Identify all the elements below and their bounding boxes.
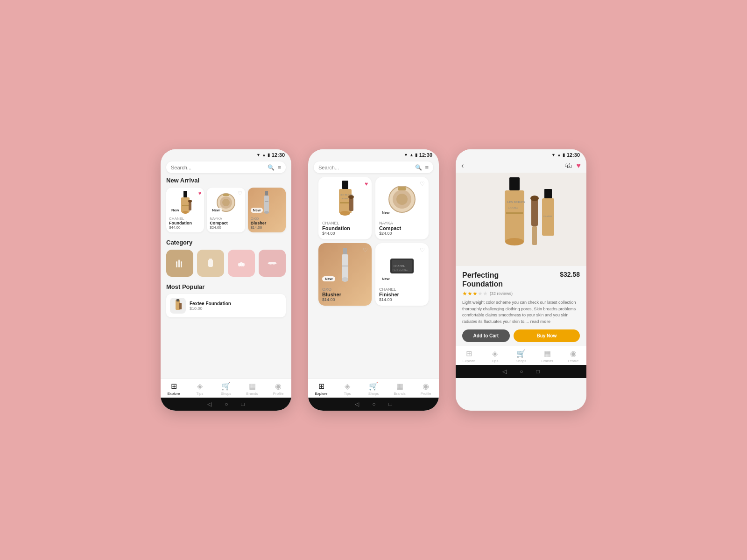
android-recent-3[interactable]: □ (536, 368, 540, 375)
category-skincare[interactable] (197, 250, 224, 277)
nav-profile-2[interactable]: ◉ Profile (413, 382, 439, 396)
buy-now-button[interactable]: Buy Now (514, 329, 580, 342)
android-nav-1: ◁ ○ □ (161, 398, 291, 411)
star-2: ★ (467, 290, 472, 297)
svg-point-24 (242, 263, 245, 266)
svg-rect-56 (532, 226, 537, 245)
phone-1: ▼ ▲ ▮ 12:30 🔍 ≡ New Arrival ♥ (161, 149, 291, 411)
battery-icon-3: ▮ (563, 153, 565, 157)
nav-explore-1[interactable]: ⊞ Explore (161, 382, 187, 396)
tips-icon-3: ◈ (492, 349, 498, 358)
detail-heart-icon[interactable]: ♥ (577, 161, 581, 170)
search-icon-1[interactable]: 🔍 (268, 164, 275, 171)
add-to-cart-button[interactable]: Add to Cart (462, 329, 510, 342)
nav-tips-2[interactable]: ◈ Tips (334, 382, 360, 396)
brands-icon-1: ▦ (249, 382, 256, 391)
product-card-chanel-foundation[interactable]: ♥ New CHANEL Foundation $44.00 (166, 188, 204, 232)
read-more-link[interactable]: read more (530, 319, 551, 324)
android-home-1[interactable]: ○ (225, 401, 228, 407)
heart-icon-nayka[interactable]: ♡ (238, 190, 242, 196)
svg-point-13 (264, 211, 269, 214)
svg-rect-11 (264, 196, 269, 212)
svg-rect-15 (178, 260, 180, 267)
android-recent-2[interactable]: □ (389, 401, 392, 407)
explore-label-1: Explore (167, 392, 180, 396)
brand-chanel-1: CHANEL (169, 217, 201, 221)
grid-img-chanel: LES BEIGES CHANEL (322, 181, 368, 218)
heart-grid-chanel[interactable]: ♥ (365, 181, 368, 187)
nav-explore-2[interactable]: ⊞ Explore (308, 382, 334, 396)
brands-label-3: Brands (541, 359, 553, 363)
bag-icon[interactable]: 🛍 (564, 161, 572, 170)
category-nails[interactable] (228, 250, 255, 277)
brand-chanel-grid: CHANEL (322, 221, 368, 225)
svg-point-38 (396, 194, 408, 205)
search-icon-2[interactable]: 🔍 (415, 164, 422, 171)
android-home-2[interactable]: ○ (372, 401, 375, 407)
grid-card-nayka-compact[interactable]: ♡ New NAYKA Compact $24.00 (375, 177, 429, 239)
product-card-nayka-compact[interactable]: ♡ New NAYKA Compact $24.00 (207, 188, 245, 232)
profile-label-1: Profile (273, 392, 284, 396)
search-input-2[interactable] (318, 165, 412, 170)
signal-icon: ▲ (262, 153, 266, 157)
nav-brands-2[interactable]: ▦ Brands (387, 382, 413, 396)
nav-brands-1[interactable]: ▦ Brands (239, 382, 265, 396)
category-lips[interactable] (259, 250, 286, 277)
phone-2: ▼ ▲ ▮ 12:30 🔍 ≡ ♥ (308, 149, 439, 411)
popular-item-fextee[interactable]: Fextee Foundation $10.00 (166, 294, 286, 317)
profile-icon-2: ◉ (423, 382, 429, 391)
heart-grid-finisher[interactable]: ♡ (420, 247, 425, 253)
android-back-3[interactable]: ◁ (502, 368, 507, 375)
grid-card-oxo-blusher[interactable]: ♡ New OXO Blusher $14.00 (318, 243, 372, 306)
product-card-oxo-blusher[interactable]: New OXO Blusher $14.00 (248, 188, 286, 232)
bottom-nav-1: ⊞ Explore ◈ Tips 🛒 Shops ▦ Brands ◉ Prof… (161, 378, 291, 398)
nav-brands-3[interactable]: ▦ Brands (534, 349, 560, 363)
grid-card-chanel-foundation[interactable]: ♥ LES BEIGES CHANEL CHANEL Foundation (318, 177, 372, 239)
brands-label-2: Brands (394, 392, 405, 396)
nav-explore-3[interactable]: ⊞ Explore (456, 349, 482, 363)
heart-grid-nayka[interactable]: ♡ (420, 181, 425, 187)
name-oxo-1: Blusher (251, 221, 283, 225)
name-oxo-grid: Blusher (322, 292, 368, 297)
nav-tips-3[interactable]: ◈ Tips (482, 349, 508, 363)
svg-point-31 (340, 211, 350, 216)
heart-grid-oxo[interactable]: ♡ (363, 247, 368, 253)
svg-rect-21 (209, 259, 212, 260)
android-nav-2: ◁ ○ □ (308, 398, 439, 411)
battery-icon-2: ▮ (415, 153, 417, 157)
android-back-2[interactable]: ◁ (355, 401, 359, 407)
filter-icon-1[interactable]: ≡ (277, 164, 281, 171)
search-input-1[interactable] (171, 165, 265, 170)
phone-3: ▼ ▲ ▮ 12:30 ‹ 🛍 ♥ LES BEIGES CHANEL (456, 149, 586, 411)
name-nayka-grid: Compact (379, 225, 425, 231)
svg-text:LES BEIGES: LES BEIGES (507, 200, 525, 204)
tips-label-1: Tips (197, 392, 204, 396)
back-button[interactable]: ‹ (461, 161, 464, 170)
svg-rect-12 (265, 201, 268, 202)
nav-profile-3[interactable]: ◉ Profile (560, 349, 586, 363)
status-bar-2: ▼ ▲ ▮ 12:30 (308, 149, 439, 159)
phone-1-scroll: New Arrival ♥ New CHANEL Founda (161, 177, 291, 378)
android-recent-1[interactable]: □ (241, 401, 245, 407)
popular-name-fextee: Fextee Foundation (190, 301, 282, 306)
heart-icon-chanel[interactable]: ♥ (198, 190, 202, 196)
price-chanel-grid: $44.00 (322, 231, 368, 236)
wifi-icon: ▼ (256, 153, 261, 157)
svg-rect-10 (265, 191, 268, 196)
nav-tips-1[interactable]: ◈ Tips (187, 382, 213, 396)
brand-finisher-grid: CHANEL (379, 287, 425, 292)
detail-description: Light weight color scheme you can check … (462, 300, 580, 325)
grid-card-chanel-finisher[interactable]: ♡ New CHANEL PERFECTING CHANEL Finisher … (375, 243, 429, 306)
nav-shops-3[interactable]: 🛒 Shops (508, 349, 534, 363)
svg-rect-30 (340, 202, 351, 203)
nav-shops-2[interactable]: 🛒 Shops (360, 382, 387, 396)
nav-profile-1[interactable]: ◉ Profile (265, 382, 291, 396)
android-back-1[interactable]: ◁ (207, 401, 211, 407)
search-bar-1: 🔍 ≡ (166, 161, 286, 173)
android-home-3[interactable]: ○ (520, 368, 523, 375)
nav-shops-1[interactable]: 🛒 Shops (213, 382, 239, 396)
category-makeup[interactable] (166, 250, 193, 277)
filter-icon-2[interactable]: ≡ (425, 164, 429, 171)
tips-label-3: Tips (492, 359, 499, 363)
svg-rect-39 (398, 187, 406, 190)
